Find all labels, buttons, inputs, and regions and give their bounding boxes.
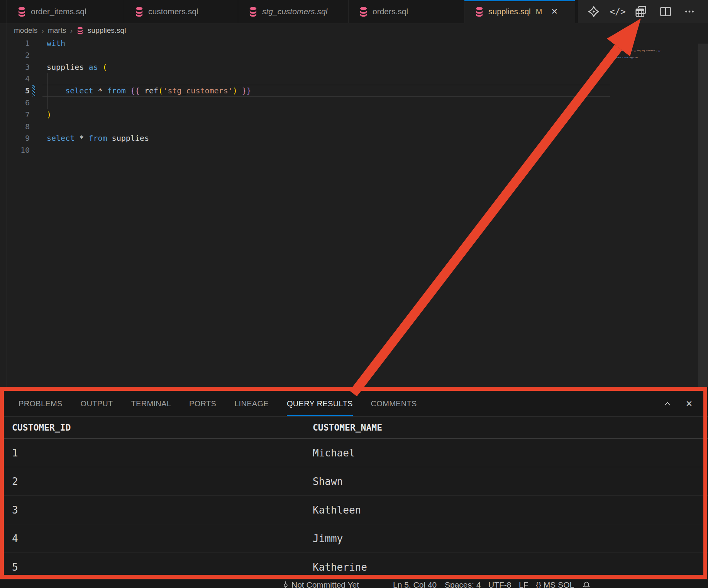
code-text: select * from supplies bbox=[47, 132, 149, 144]
editor-tab-bar: order_items.sql customers.sql stg_custom… bbox=[0, 0, 708, 23]
indent-guide bbox=[47, 97, 48, 109]
editor-tab-customers-sql[interactable]: customers.sql bbox=[124, 0, 238, 23]
status-bar: Not Committed YetLn 5, Col 40Spaces: 4UT… bbox=[0, 580, 708, 588]
tab-label: order_items.sql bbox=[31, 7, 86, 16]
panel-tab-comments[interactable]: COMMENTS bbox=[371, 391, 417, 416]
breadcrumb-segment[interactable]: models bbox=[14, 26, 37, 35]
editor-tabs: order_items.sql customers.sql stg_custom… bbox=[7, 0, 575, 23]
line-number: 10 bbox=[0, 144, 30, 156]
editor-tab-stg_customers-sql[interactable]: stg_customers.sql bbox=[238, 0, 349, 23]
table-cell: 1 bbox=[12, 439, 18, 467]
chevron-up-icon bbox=[662, 399, 672, 409]
table-row[interactable]: 1Michael bbox=[0, 439, 708, 467]
code-line-8[interactable]: 8 bbox=[0, 121, 615, 133]
minimap[interactable]: with supplies as ( select * from {{ ref(… bbox=[615, 42, 661, 61]
tab-label: stg_customers.sql bbox=[262, 7, 327, 16]
code-line-5[interactable]: 5 select * from {{ ref('stg_customers') … bbox=[0, 85, 615, 97]
status-item[interactable]: LF bbox=[519, 580, 528, 588]
modified-badge: M bbox=[536, 7, 542, 16]
column-header[interactable]: CUSTOMER_NAME bbox=[313, 417, 382, 439]
line-number: 1 bbox=[0, 37, 30, 49]
table-cell: Jimmy bbox=[313, 524, 343, 553]
panel-tab-lineage[interactable]: LINEAGE bbox=[234, 391, 269, 416]
panel-collapse-button[interactable] bbox=[661, 391, 674, 417]
column-header[interactable]: CUSTOMER_ID bbox=[12, 417, 71, 439]
table-cell: 4 bbox=[12, 524, 18, 553]
query-results-table: CUSTOMER_IDCUSTOMER_NAME1Michael2Shawn3K… bbox=[0, 417, 708, 580]
database-icon bbox=[134, 7, 144, 17]
line-number: 6 bbox=[0, 97, 30, 109]
code-line-7[interactable]: 7) bbox=[0, 109, 615, 121]
line-number: 5 bbox=[0, 85, 30, 97]
status-item[interactable]: Spaces: 4 bbox=[445, 580, 481, 588]
panel-tab-output[interactable]: OUTPUT bbox=[81, 391, 113, 416]
code-text: with bbox=[47, 37, 65, 49]
table-cell: Kathleen bbox=[313, 496, 361, 524]
dbt-icon[interactable] bbox=[584, 0, 604, 23]
line-number: 7 bbox=[0, 109, 30, 121]
editor-tab-orders-sql[interactable]: orders.sql bbox=[349, 0, 464, 23]
table-cell: 3 bbox=[12, 496, 18, 524]
breadcrumb[interactable]: models›marts› supplies.sql bbox=[7, 24, 708, 37]
chevron-right-icon: › bbox=[70, 26, 73, 35]
code-line-4[interactable]: 4 bbox=[0, 73, 615, 85]
editor-tab-supplies-sql[interactable]: supplies.sqlM✕ bbox=[464, 0, 575, 23]
table-cell: Michael bbox=[313, 439, 355, 467]
line-number: 4 bbox=[0, 73, 30, 85]
status-item[interactable]: {} MS SQL bbox=[536, 580, 574, 588]
sidebar-boundary-divider bbox=[7, 0, 7, 387]
minimap-modified-marker bbox=[613, 49, 615, 53]
table-cell: Shawn bbox=[313, 467, 343, 496]
tab-label: orders.sql bbox=[373, 7, 408, 16]
table-row[interactable]: 5Katherine bbox=[0, 553, 708, 580]
vscode-window: { "colors":{ "accent_blue":"#0078d4","ta… bbox=[0, 0, 708, 588]
line-number: 8 bbox=[0, 121, 30, 133]
table-cell: 5 bbox=[12, 553, 18, 580]
line-number: 2 bbox=[0, 49, 30, 61]
table-cell: Katherine bbox=[313, 553, 367, 580]
table-cell: 2 bbox=[12, 467, 18, 496]
status-item-git-commit[interactable]: Not Committed Yet bbox=[282, 580, 359, 588]
code-text: ) bbox=[47, 109, 51, 121]
breadcrumb-segment[interactable]: marts bbox=[48, 26, 66, 35]
code-text: supplies as ( bbox=[47, 61, 107, 73]
table-row[interactable]: 4Jimmy bbox=[0, 524, 708, 553]
panel-tab-ports[interactable]: PORTS bbox=[189, 391, 216, 416]
breadcrumb-file[interactable]: supplies.sql bbox=[88, 26, 126, 35]
status-item[interactable]: UTF-8 bbox=[488, 580, 512, 588]
status-item-bell[interactable] bbox=[582, 580, 591, 588]
status-item[interactable]: Ln 5, Col 40 bbox=[393, 580, 437, 588]
modified-line-gutter-marker bbox=[32, 85, 35, 96]
editor-scrollbar[interactable] bbox=[698, 44, 708, 387]
code-line-9[interactable]: 9select * from supplies bbox=[0, 132, 615, 144]
more-actions-icon[interactable] bbox=[679, 0, 700, 23]
close-icon[interactable]: ✕ bbox=[551, 7, 558, 16]
bottom-panel: PROBLEMSOUTPUTTERMINALPORTSLINEAGEQUERY … bbox=[0, 387, 708, 580]
compile-code-icon[interactable]: </> bbox=[608, 0, 628, 23]
panel-tab-query-results[interactable]: QUERY RESULTS bbox=[287, 391, 353, 416]
code-text: select * from {{ ref('stg_customers') }} bbox=[47, 85, 251, 97]
table-row[interactable]: 3Kathleen bbox=[0, 496, 708, 524]
code-line-2[interactable]: 2 bbox=[0, 49, 615, 61]
database-icon bbox=[248, 7, 258, 17]
code-editor[interactable]: 1with23supplies as (45 select * from {{ … bbox=[0, 37, 615, 156]
database-icon bbox=[359, 7, 368, 17]
code-line-3[interactable]: 3supplies as ( bbox=[0, 61, 615, 73]
code-line-10[interactable]: 10 bbox=[0, 144, 615, 156]
panel-tab-terminal[interactable]: TERMINAL bbox=[131, 391, 171, 416]
line-number: 3 bbox=[0, 61, 30, 73]
close-icon: ✕ bbox=[686, 399, 693, 409]
editor-actions-toolbar: </> bbox=[578, 0, 708, 23]
table-row[interactable]: 2Shawn bbox=[0, 467, 708, 496]
panel-tab-problems[interactable]: PROBLEMS bbox=[19, 391, 63, 416]
code-line-6[interactable]: 6 bbox=[0, 97, 615, 109]
editor-tab-order_items-sql[interactable]: order_items.sql bbox=[7, 0, 124, 23]
panel-tab-bar: PROBLEMSOUTPUTTERMINALPORTSLINEAGEQUERY … bbox=[0, 391, 708, 417]
query-preview-icon[interactable] bbox=[631, 0, 651, 23]
panel-close-button[interactable]: ✕ bbox=[683, 391, 696, 417]
database-icon bbox=[76, 27, 84, 35]
line-number: 9 bbox=[0, 132, 30, 144]
split-editor-icon[interactable] bbox=[655, 0, 676, 23]
chevron-right-icon: › bbox=[41, 26, 44, 35]
code-line-1[interactable]: 1with bbox=[0, 37, 615, 49]
